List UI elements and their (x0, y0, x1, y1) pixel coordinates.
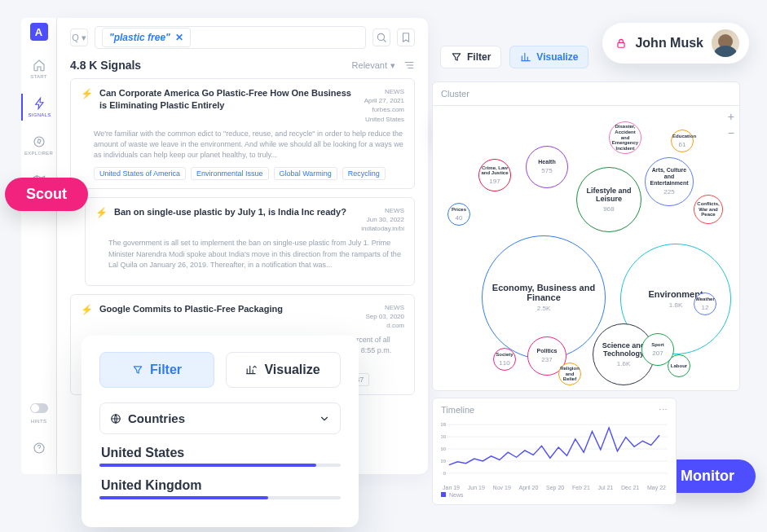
country-bar (99, 496, 341, 499)
brand-logo[interactable]: A (30, 23, 48, 41)
hints-toggle[interactable] (30, 403, 48, 413)
search-chip[interactable]: "plastic free" ✕ (102, 28, 191, 47)
signal-desc: The government is all set to implement t… (108, 238, 404, 270)
user-chip[interactable]: John Musk (602, 23, 749, 64)
svg-text:128: 128 (441, 422, 447, 427)
lock-icon (615, 37, 627, 49)
bubble[interactable]: Education61 (671, 130, 694, 152)
visualize-button-small[interactable]: Visualize (509, 46, 588, 68)
signal-card[interactable]: ⚡ Can Corporate America Go Plastic-Free … (70, 78, 415, 189)
bubble[interactable]: Weather12 (694, 292, 716, 315)
nav-label: SIGNALS (28, 112, 51, 117)
search-icon[interactable] (372, 29, 390, 46)
signal-desc: We're familiar with the common edict to … (94, 129, 404, 160)
settings-icon[interactable] (403, 59, 415, 71)
bubble[interactable]: Health575 (526, 146, 568, 188)
filter-popout: Filter Visualize Countries United States… (82, 336, 359, 527)
svg-text:60: 60 (441, 446, 447, 451)
bubble[interactable]: Society110 (493, 348, 516, 371)
country-row[interactable]: United States (101, 446, 339, 460)
bubble[interactable]: Arts, Culture and Entertainment225 (645, 157, 694, 206)
cluster-panel: Cluster + − Economy, Business and Financ… (432, 81, 740, 391)
sidebar: A START SIGNALS EXPLORER ROADMAP HINTS (21, 18, 57, 474)
signal-meta: NEWS Sep 03, 2020 d.com (365, 303, 404, 331)
nav-signals[interactable]: SIGNALS (21, 94, 56, 121)
bubble[interactable]: Lifestyle and Leisure968 (576, 167, 641, 232)
bubble[interactable]: Prices40 (447, 203, 470, 226)
search-input[interactable]: "plastic free" ✕ (95, 26, 366, 49)
chip-remove-icon[interactable]: ✕ (175, 32, 183, 43)
signal-card[interactable]: ⚡ Ban on single-use plastic by July 1, i… (85, 197, 415, 286)
bolt-icon: ⚡ (95, 207, 108, 234)
filter-button[interactable]: Filter (99, 352, 214, 388)
tag[interactable]: Environmental Issue (191, 167, 269, 180)
svg-point-0 (34, 137, 44, 147)
bubble[interactable]: Conflicts, War and Peace (694, 195, 723, 224)
search-scope-dropdown[interactable]: Q ▾ (70, 29, 88, 46)
timeline-chart[interactable]: 128 100 60 20 0 (441, 415, 668, 482)
signal-title: Google Commits to Plastic-Free Packaging (99, 303, 359, 331)
timeline-title: Timeline (441, 405, 474, 415)
user-name: John Musk (635, 36, 703, 51)
results-header: 4.8 K Signals Relevant ▾ (70, 59, 415, 72)
bolt-icon: ⚡ (81, 88, 93, 124)
signal-tags: United States of America Environmental I… (94, 167, 404, 180)
bubble[interactable]: Religion and Belief (558, 363, 581, 385)
cluster-title: Cluster (433, 82, 739, 106)
signal-meta: NEWS April 27, 2021 forbes.com United St… (364, 87, 404, 124)
bookmark-icon[interactable] (397, 29, 415, 46)
nav-label: EXPLORER (24, 151, 53, 156)
search-chip-text: "plastic free" (109, 32, 170, 43)
bolt-icon: ⚡ (81, 304, 93, 331)
avatar (712, 29, 739, 57)
globe-icon (110, 413, 121, 424)
svg-text:20: 20 (441, 459, 447, 464)
nav-help[interactable] (21, 438, 56, 458)
scout-pill: Scout (5, 178, 88, 211)
filter-button-small[interactable]: Filter (440, 46, 501, 68)
country-row[interactable]: United Kingdom (101, 478, 339, 493)
search-row: Q ▾ "plastic free" ✕ (70, 26, 415, 49)
nav-start[interactable]: START (21, 55, 56, 82)
timeline-xticks: Jan 19Jun 19Nov 19April 20Sep 20Feb 21Ju… (441, 485, 668, 490)
nav-hints[interactable]: HINTS (21, 400, 56, 427)
signal-meta: NEWS Jun 30, 2022 indiatoday.in/bi (361, 206, 404, 234)
sort-dropdown[interactable]: Relevant ▾ (352, 60, 395, 71)
tag[interactable]: Global Warming (274, 167, 337, 180)
bubble[interactable]: Labour (668, 354, 690, 377)
bubble[interactable]: Disaster, Accident and Emergency Inciden… (609, 121, 641, 154)
bubble[interactable]: Crime, Law and Justice197 (478, 159, 511, 191)
tag[interactable]: United States of America (94, 167, 186, 180)
nav-explorer[interactable]: EXPLORER (21, 132, 56, 159)
country-bar (99, 464, 341, 467)
timeline-panel: Timeline⋯ 128 100 60 20 0 Jan 19Jun 19No… (432, 398, 677, 505)
timeline-legend: News (441, 492, 668, 498)
chevron-down-icon (319, 413, 330, 424)
right-toolbar: Filter Visualize (440, 46, 588, 68)
nav-label: START (30, 74, 47, 79)
countries-dropdown[interactable]: Countries (99, 402, 341, 434)
tag[interactable]: Recycling (342, 167, 386, 180)
visualize-button[interactable]: Visualize (226, 352, 341, 388)
signal-title: Can Corporate America Go Plastic-Free Ho… (99, 87, 358, 124)
svg-text:100: 100 (441, 434, 447, 439)
more-icon[interactable]: ⋯ (659, 405, 668, 415)
nav-label: HINTS (31, 419, 47, 424)
bubble-chart[interactable]: Economy, Business and Finance2.5KEnviron… (433, 105, 739, 390)
svg-rect-4 (618, 42, 624, 47)
signal-title: Ban on single-use plastic by July 1, is … (114, 206, 355, 234)
results-count: 4.8 K Signals (70, 59, 141, 72)
